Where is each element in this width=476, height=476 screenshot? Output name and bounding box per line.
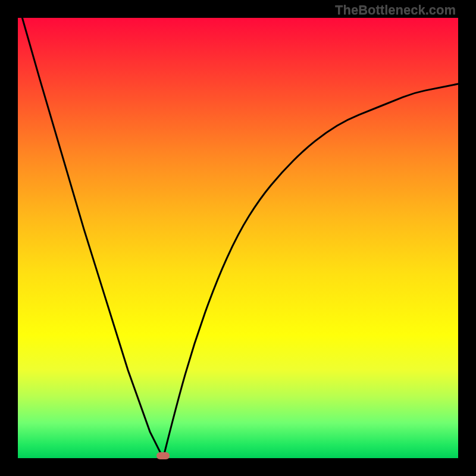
bottleneck-curve xyxy=(18,18,458,458)
chart-container: TheBottleneck.com xyxy=(0,0,476,476)
vertex-marker xyxy=(156,452,170,459)
watermark-text: TheBottleneck.com xyxy=(335,2,456,18)
